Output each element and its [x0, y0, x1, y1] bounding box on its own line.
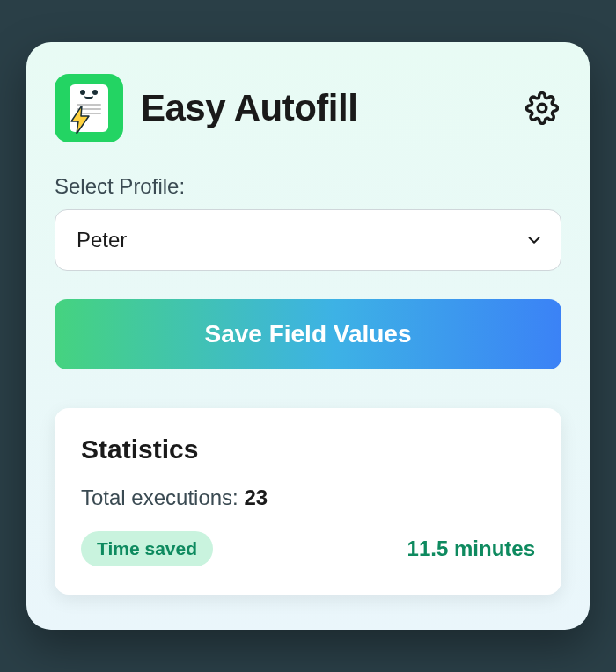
- svg-point-0: [538, 104, 546, 113]
- executions-count: 23: [244, 486, 268, 509]
- app-title: Easy Autofill: [141, 87, 357, 129]
- statistics-title: Statistics: [81, 435, 535, 464]
- executions-label: Total executions:: [81, 486, 244, 509]
- header: Easy Autofill: [55, 74, 561, 142]
- settings-button[interactable]: [523, 89, 561, 128]
- time-saved-badge: Time saved: [81, 531, 213, 566]
- statistics-card: Statistics Total executions: 23 Time sav…: [55, 408, 561, 595]
- executions-row: Total executions: 23: [81, 486, 535, 510]
- app-icon: [55, 74, 123, 142]
- save-button[interactable]: Save Field Values: [55, 299, 561, 369]
- profile-label: Select Profile:: [55, 174, 561, 199]
- popup-card: Easy Autofill Select Profile: Peter Save…: [26, 42, 590, 630]
- time-saved-row: Time saved 11.5 minutes: [81, 531, 535, 566]
- gear-icon: [525, 91, 559, 125]
- profile-select-wrap: Peter: [55, 209, 561, 271]
- lightning-icon: [69, 106, 92, 134]
- header-left: Easy Autofill: [55, 74, 357, 142]
- time-saved-value: 11.5 minutes: [407, 537, 535, 561]
- profile-select[interactable]: Peter: [55, 209, 561, 271]
